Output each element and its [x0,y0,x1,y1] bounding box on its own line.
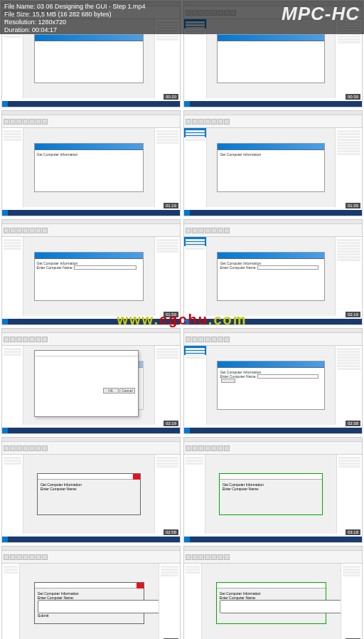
form-designer[interactable]: Get Computer Information [34,143,144,192]
thumbnail[interactable]: OK Cancel 02:19 [1,328,181,434]
thumbnail[interactable]: Get Computer Information Enter Computer … [183,437,363,543]
thumbnail[interactable]: Get Computer Information Enter Computer … [1,437,181,543]
thumbnail[interactable]: Get Computer Information Enter Computer … [183,219,363,325]
thumbnail[interactable]: Get Computer Information Enter Computer … [183,328,363,434]
close-icon[interactable] [133,474,140,480]
thumbnail[interactable]: Get Computer Information Enter Computer … [1,546,181,639]
resolution-value: 1280x720 [38,19,67,26]
duration-value: 00:04:17 [32,26,57,33]
cancel-button[interactable]: Cancel [119,388,135,394]
prompt-label: Enter Computer Name: [37,265,73,270]
computer-name-input[interactable] [38,600,161,613]
modal-dialog[interactable]: OK Cancel [34,350,139,417]
thumbnail[interactable]: Get Computer Information Enter Computer … [1,219,181,325]
thumbnail[interactable]: Get Computer Information 01:19 [1,110,181,216]
submit-button[interactable]: Submit [38,613,49,618]
timestamp-badge: 00:20 [164,94,178,100]
ok-button[interactable]: OK [103,388,119,394]
computer-name-input[interactable] [257,265,318,270]
computer-name-input[interactable] [74,265,136,270]
form-designer[interactable] [217,34,324,83]
player-logo: MPC-HC [282,3,360,31]
thumbnail[interactable]: Get Computer Information 01:39 [183,110,363,216]
player-overlay-header: File Name: 03 06 Designing the GUI - Ste… [0,0,364,34]
submit-button[interactable] [221,379,235,383]
file-info: File Name: 03 06 Designing the GUI - Ste… [4,3,146,31]
file-size-value: 15,5 MB (16 282 680 bytes) [33,11,112,18]
thumbnail-grid: 00:20 00:39 Get Computer Information [0,0,364,639]
windows-taskbar [2,101,180,107]
close-icon[interactable] [136,583,144,588]
file-name-value: 03 06 Designing the GUI - Step 1.mp4 [37,3,146,10]
thumbnail[interactable]: Get Computer Information Enter Computer … [183,546,363,639]
form-designer[interactable] [34,34,144,83]
running-form[interactable]: Get Computer Information Enter Computer … [37,473,141,515]
